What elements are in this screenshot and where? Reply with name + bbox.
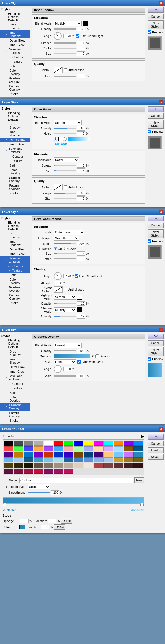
delete-button-bottom-5[interactable]: Delete: [54, 524, 65, 530]
stops-location-input-top[interactable]: [48, 519, 56, 523]
preset-swatch[interactable]: [44, 463, 53, 468]
preset-swatch[interactable]: [4, 457, 13, 462]
delete-button-top-5[interactable]: Delete: [61, 518, 72, 524]
shadow-opacity-slider-3[interactable]: [54, 316, 76, 317]
sidebar-item-blending-1[interactable]: Blending Options: Default: [0, 11, 30, 23]
preview-checkbox-1[interactable]: [148, 30, 151, 34]
sidebar-item-pattern-overlay-3[interactable]: Pattern Overlay: [0, 293, 30, 301]
sidebar-item-inner-glow-3[interactable]: Inner Glow: [0, 252, 30, 256]
sidebar-item-blending-4[interactable]: Blending Options: Default: [0, 338, 30, 349]
preset-swatch[interactable]: [84, 457, 93, 462]
close-button-5[interactable]: ✕: [159, 427, 163, 431]
sidebar-item-gradient-overlay-4[interactable]: ✓Gradient Overlay: [0, 403, 30, 411]
angle-dial-3[interactable]: [54, 272, 62, 280]
preset-swatch[interactable]: [64, 469, 73, 474]
soften-slider-3[interactable]: [54, 258, 76, 259]
noise-slider-1[interactable]: [54, 76, 76, 77]
reverse-checkbox-4[interactable]: [95, 354, 99, 358]
presets-arrow[interactable]: ▶: [141, 434, 144, 438]
sidebar-item-stroke-4[interactable]: Stroke: [0, 418, 30, 423]
size-slider-3[interactable]: [54, 253, 76, 254]
highlight-color-3[interactable]: [77, 295, 82, 300]
sidebar-item-inner-shadow-3[interactable]: Inner Shadow: [0, 239, 30, 247]
load-button-5[interactable]: Load...: [148, 447, 164, 453]
dir-up-radio-3[interactable]: [54, 247, 57, 250]
preset-swatch[interactable]: [103, 463, 113, 468]
preset-swatch[interactable]: [24, 463, 33, 468]
opacity-input-4[interactable]: [77, 349, 85, 353]
sidebar-item-styles-1[interactable]: Styles: [0, 7, 30, 11]
sidebar-item-color-overlay-2[interactable]: Color Overlay: [0, 168, 30, 175]
anti-aliased-1[interactable]: Anti-aliased: [64, 68, 84, 72]
size-input-3[interactable]: [77, 251, 85, 256]
sidebar-item-color-overlay-4[interactable]: ✓Color Overlay: [0, 395, 30, 403]
close-button-1[interactable]: ✕: [159, 1, 163, 5]
preset-swatch[interactable]: [24, 469, 33, 474]
preset-swatch[interactable]: [133, 463, 143, 468]
highlight-mode-select-3[interactable]: Screen: [54, 295, 76, 300]
preset-swatch[interactable]: [24, 452, 33, 457]
sidebar-item-bevel-4[interactable]: ✓Bevel and Emboss: [0, 374, 30, 382]
scale-slider-4[interactable]: [54, 375, 76, 377]
ok-button-3[interactable]: OK: [148, 216, 164, 221]
sidebar-item-drop-shadow-3[interactable]: Drop Shadow: [0, 231, 30, 239]
preset-swatch[interactable]: [74, 457, 83, 462]
preset-swatch[interactable]: [24, 446, 33, 451]
sidebar-item-inner-glow-1[interactable]: Inner Glow: [0, 43, 30, 47]
stop-marker-right[interactable]: [140, 503, 144, 506]
new-style-button-3[interactable]: New Style...: [148, 229, 164, 238]
angle-input-3[interactable]: [63, 274, 72, 278]
sidebar-item-bevel-3[interactable]: ✓Bevel and Emboss: [0, 256, 30, 264]
save-button-5[interactable]: Save...: [148, 454, 164, 460]
blend-color-swatch-1[interactable]: [83, 21, 88, 26]
preset-swatch[interactable]: [34, 446, 43, 451]
sidebar-item-inner-shadow-4[interactable]: Inner Shadow: [0, 357, 30, 365]
preset-swatch[interactable]: [34, 452, 43, 457]
preset-swatch[interactable]: [133, 446, 143, 451]
new-button-5[interactable]: New: [134, 477, 144, 483]
preset-swatch[interactable]: [124, 452, 133, 457]
sidebar-item-outer-glow-2[interactable]: ✓Outer Glow: [0, 138, 30, 142]
preset-swatch[interactable]: [84, 463, 93, 468]
preset-swatch[interactable]: [44, 452, 53, 457]
sidebar-item-pattern-overlay-2[interactable]: Pattern Overlay: [0, 183, 30, 191]
style-select-4[interactable]: Linear: [54, 359, 76, 364]
preset-swatch[interactable]: [54, 441, 63, 446]
style-select-3[interactable]: Outer Bevel: [54, 230, 84, 235]
altitude-input-3[interactable]: [55, 281, 63, 285]
preset-swatch[interactable]: [124, 457, 133, 462]
noise-input-1[interactable]: [77, 74, 85, 78]
align-layer-label-4[interactable]: Align with Layer: [77, 360, 103, 364]
new-style-button-1[interactable]: New Style...: [148, 20, 164, 29]
preset-swatch[interactable]: [14, 441, 23, 446]
preset-swatch[interactable]: [14, 457, 23, 462]
preset-swatch[interactable]: [94, 457, 103, 462]
cancel-button-4[interactable]: Cancel: [148, 340, 164, 346]
sidebar-item-blending-3[interactable]: Blending Options: Default: [0, 220, 30, 231]
sidebar-item-drop-shadow-4[interactable]: Drop Shadow: [0, 349, 30, 357]
gloss-contour-preview-3[interactable]: [54, 286, 63, 293]
sidebar-item-pattern-overlay-1[interactable]: Pattern Overlay: [0, 84, 30, 92]
preset-swatch[interactable]: [103, 457, 113, 462]
shadow-color-3[interactable]: [77, 307, 82, 312]
jitter-slider-2[interactable]: [54, 198, 76, 199]
scale-input-4[interactable]: [77, 374, 85, 378]
dir-down-radio-3[interactable]: [64, 247, 68, 250]
dir-up-label-3[interactable]: Up: [54, 247, 62, 250]
preset-swatch[interactable]: [44, 441, 53, 446]
solid-radio-2[interactable]: [54, 137, 57, 141]
preset-swatch[interactable]: [114, 457, 123, 462]
angle-dial-1[interactable]: [54, 32, 62, 40]
sidebar-item-satin-3[interactable]: Satin: [0, 273, 30, 277]
preset-swatch[interactable]: [124, 441, 133, 446]
dir-down-label-3[interactable]: Down: [64, 247, 76, 250]
close-button-3[interactable]: ✕: [159, 210, 163, 214]
gradient-radio-2[interactable]: [63, 137, 67, 141]
sidebar-item-satin-1[interactable]: Satin: [0, 64, 30, 68]
preset-swatch[interactable]: [74, 446, 83, 451]
depth-slider-3[interactable]: [54, 243, 76, 244]
name-input-5[interactable]: [19, 478, 133, 483]
anti-aliased-checkbox-2[interactable]: [64, 185, 67, 189]
sidebar-item-stroke-3[interactable]: Stroke: [0, 301, 30, 305]
cancel-button-2[interactable]: Cancel: [148, 113, 164, 119]
